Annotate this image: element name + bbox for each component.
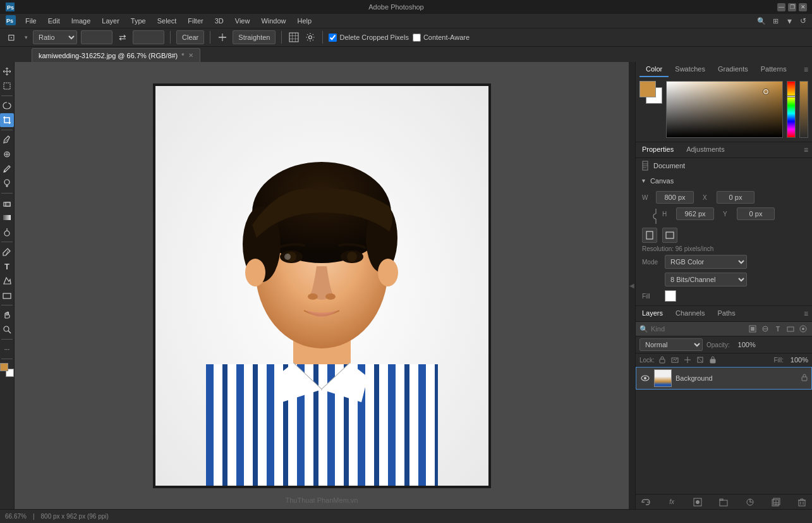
lasso-tool[interactable] (0, 99, 14, 113)
lock-position-icon[interactable] (682, 355, 693, 365)
tab-close-icon[interactable]: ✕ (188, 52, 193, 59)
menu-item-edit[interactable]: Edit (43, 16, 65, 26)
tab-layers[interactable]: Layers (636, 306, 669, 321)
delete-cropped-checkbox[interactable] (329, 34, 337, 42)
foreground-color-chip[interactable] (639, 81, 656, 97)
alpha-slider[interactable] (799, 81, 808, 138)
link-proportions-icon[interactable] (651, 207, 661, 225)
menu-item-select[interactable]: Select (152, 16, 182, 26)
menu-item-type[interactable]: Type (126, 16, 151, 26)
menu-item-3d[interactable]: 3D (210, 16, 229, 26)
rectangular-marquee-tool[interactable] (0, 79, 14, 93)
restore-button[interactable]: ❐ (788, 3, 796, 11)
close-button[interactable]: ✕ (799, 3, 807, 11)
path-selection-tool[interactable] (0, 274, 14, 288)
blend-mode-select[interactable]: Normal Dissolve Darken Multiply (639, 338, 703, 351)
eyedropper-tool[interactable] (0, 133, 14, 147)
tab-adjustments[interactable]: Adjustments (680, 142, 731, 157)
color-swatches[interactable] (0, 363, 14, 377)
healing-brush-tool[interactable] (0, 147, 14, 161)
menu-item-view[interactable]: View (230, 16, 255, 26)
zoom-tool[interactable] (0, 323, 14, 336)
document-tab[interactable]: kamiwedding-316252.jpg @ 66.7% (RGB/8#) … (32, 48, 200, 62)
crop-width-input[interactable] (81, 30, 112, 44)
tab-channels[interactable]: Channels (669, 306, 711, 321)
filter-type-icon[interactable]: T (773, 324, 783, 334)
link-layers-icon[interactable] (639, 496, 652, 508)
menu-item-image[interactable]: Image (66, 16, 96, 26)
add-style-icon[interactable]: fx (665, 496, 678, 508)
height-input[interactable] (676, 207, 714, 220)
filter-adjust-icon[interactable] (760, 324, 770, 334)
canvas-section-header[interactable]: ▼ Canvas (636, 175, 812, 187)
swap-icon[interactable]: ⇄ (116, 31, 129, 44)
content-aware-label[interactable]: Content-Aware (413, 34, 470, 42)
filter-smart-icon[interactable] (798, 324, 808, 334)
y-input[interactable] (737, 207, 775, 220)
fill-swatch[interactable] (665, 290, 676, 302)
delete-cropped-label[interactable]: Delete Cropped Pixels (329, 34, 408, 42)
minimize-button[interactable]: — (777, 3, 785, 11)
settings-icon[interactable] (304, 31, 317, 44)
document-section-header[interactable]: Document (636, 158, 812, 173)
crop-height-input[interactable] (133, 30, 164, 44)
new-group-icon[interactable] (717, 496, 730, 508)
panel-menu-icon[interactable]: ≡ (804, 65, 808, 74)
shape-tool[interactable] (0, 288, 14, 302)
lock-image-icon[interactable] (670, 355, 680, 365)
brush-tool[interactable] (0, 162, 14, 176)
layer-background[interactable]: Background (636, 367, 812, 390)
filter-shape-icon[interactable] (785, 324, 796, 334)
add-mask-icon[interactable] (691, 496, 704, 508)
straighten-icon[interactable] (216, 31, 229, 44)
menu-item-window[interactable]: Window (256, 16, 291, 26)
menu-item-ps[interactable]: Ps (3, 14, 19, 28)
move-tool[interactable] (0, 65, 14, 78)
tab-gradients[interactable]: Gradients (712, 62, 754, 77)
width-input[interactable] (656, 191, 694, 204)
portrait-orientation-btn[interactable] (642, 228, 657, 243)
tab-properties[interactable]: Properties (636, 142, 680, 157)
search-icon[interactable]: 🔍 (755, 15, 768, 27)
lock-all-icon[interactable] (708, 355, 718, 365)
hand-tool[interactable] (0, 308, 14, 322)
hue-slider[interactable] (787, 81, 796, 138)
menu-item-help[interactable]: Help (293, 16, 317, 26)
new-adjustment-icon[interactable] (744, 496, 756, 508)
menu-item-layer[interactable]: Layer (97, 16, 124, 26)
filter-pixel-icon[interactable] (748, 324, 758, 334)
type-tool[interactable]: T (0, 259, 14, 273)
dodge-tool[interactable] (0, 225, 14, 239)
crop-tool[interactable] (0, 113, 14, 127)
menu-item-filter[interactable]: Filter (183, 16, 208, 26)
tab-color[interactable]: Color (639, 62, 669, 77)
foreground-color-swatch[interactable] (0, 363, 8, 371)
content-aware-checkbox[interactable] (413, 34, 421, 42)
menu-item-file[interactable]: File (20, 16, 42, 26)
arrange-button[interactable]: ⊞ (769, 15, 782, 27)
tab-paths[interactable]: Paths (712, 306, 742, 321)
grid-overlay-icon[interactable] (288, 31, 300, 44)
tab-patterns[interactable]: Patterns (754, 62, 793, 77)
more-tools[interactable]: ··· (0, 342, 14, 356)
gradient-tool[interactable] (0, 211, 14, 225)
tab-swatches[interactable]: Swatches (669, 62, 712, 77)
layer-visibility-icon[interactable] (640, 373, 650, 383)
layers-search-input[interactable] (651, 325, 745, 333)
lock-transparent-icon[interactable] (657, 355, 667, 365)
delete-layer-icon[interactable] (796, 496, 808, 508)
color-gradient-picker[interactable] (666, 81, 783, 138)
clear-button[interactable]: Clear (176, 30, 204, 44)
x-input[interactable] (717, 191, 754, 204)
crop-tool-icon[interactable]: ⊡ (4, 30, 19, 45)
pen-tool[interactable] (0, 245, 14, 259)
bits-select[interactable]: 8 Bits/Channel 16 Bits/Channel 32 Bits/C… (665, 273, 747, 286)
ratio-select[interactable]: Ratio Original Ratio 1:1 4:5 16:9 (33, 30, 77, 44)
crop-options-arrow[interactable]: ▾ (23, 30, 29, 44)
right-panel-collapse[interactable]: ◀ (629, 62, 635, 509)
properties-menu[interactable]: ≡ (800, 142, 812, 157)
lock-artboard-icon[interactable] (695, 355, 705, 365)
layers-panel-menu[interactable]: ≡ (800, 306, 812, 321)
canvas-image[interactable] (155, 86, 488, 486)
landscape-orientation-btn[interactable] (662, 228, 677, 243)
